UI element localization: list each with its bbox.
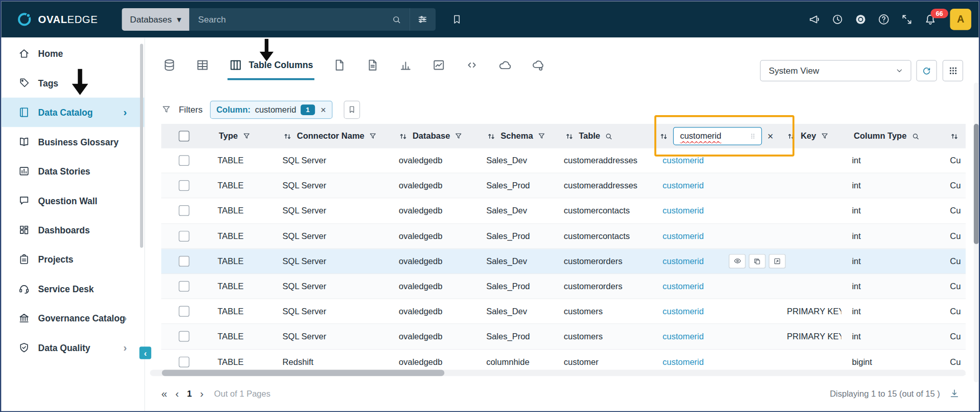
open-in-new-button[interactable] [769,254,786,268]
expand-icon[interactable] [901,13,913,26]
tab-table-columns[interactable]: Table Columns [227,51,314,80]
sort-icon[interactable] [486,131,496,141]
cell-schema: Sales_Dev [481,199,559,223]
sidebar-item-question-wall[interactable]: Question Wall [1,186,144,215]
row-checkbox[interactable] [178,231,189,242]
row-checkbox[interactable] [178,306,189,317]
sort-icon[interactable] [564,131,575,141]
column-search-input[interactable]: customerid [673,127,762,145]
sidebar-item-label: Data Stories [38,166,90,177]
select-all-checkbox[interactable] [178,131,189,142]
sort-icon[interactable] [949,131,960,141]
table-row[interactable]: TABLE SQL Server ovaledgedb Sales_Dev cu… [161,148,965,174]
filter-funnel-icon[interactable] [537,132,545,140]
tab-files[interactable] [331,51,348,80]
sidebar-item-governance-catalog[interactable]: Governance Catalog› [1,303,144,333]
row-checkbox[interactable] [178,180,189,191]
column-link[interactable]: customerid [663,156,704,165]
advanced-search-button[interactable] [409,8,436,31]
table-row[interactable]: TABLE SQL Server ovaledgedb Sales_Prod c… [161,224,965,249]
column-link[interactable]: customerid [663,281,704,291]
table-row[interactable]: TABLE SQL Server ovaledgedb Sales_Dev cu… [161,299,965,324]
tab-reports[interactable] [397,51,414,80]
table-row[interactable]: TABLE SQL Server ovaledgedb Sales_Dev cu… [161,199,965,224]
sidebar-item-dashboards[interactable]: Dashboards [1,215,144,245]
topbar: OVALEDGE Databases ▾ 66 A [1,1,978,37]
global-search-input[interactable] [197,14,391,25]
search-scope-dropdown[interactable]: Databases ▾ [122,8,189,31]
table-row[interactable]: TABLE SQL Server ovaledgedb Sales_Prod c… [161,324,965,350]
column-link[interactable]: customerid [663,332,704,341]
column-link[interactable]: customerid [663,357,704,366]
row-checkbox[interactable] [178,256,189,267]
row-checkbox[interactable] [178,155,189,166]
sidebar-scrollbar[interactable] [140,44,143,248]
sidebar-item-data-catalog[interactable]: Data Catalog› [1,98,144,127]
copy-button[interactable] [749,254,766,268]
column-link[interactable]: customerid [663,181,704,190]
refresh-button[interactable] [916,60,937,81]
first-page-button[interactable]: « [161,388,167,399]
history-icon[interactable] [831,13,844,26]
ovaledge-circle-icon[interactable] [854,13,867,26]
current-page[interactable]: 1 [187,388,192,399]
sidebar-item-tags[interactable]: Tags [1,68,144,97]
tab-databases[interactable] [161,51,177,80]
sidebar-item-projects[interactable]: Projects [1,245,144,274]
sidebar-collapse-button[interactable]: ‹ [140,346,151,359]
vertical-scrollbar-thumb[interactable] [974,124,979,244]
brand-logo[interactable]: OVALEDGE [16,1,98,37]
drag-handle-icon[interactable] [749,132,757,140]
sidebar-item-home[interactable]: Home [1,39,144,68]
sort-icon[interactable] [283,131,293,141]
filter-funnel-icon[interactable] [369,132,377,140]
tab-tables[interactable] [194,51,211,80]
clear-column-search-icon[interactable]: × [767,131,773,142]
cell-database: ovaledgedb [390,199,481,223]
row-checkbox[interactable] [178,281,189,292]
preview-eye-button[interactable] [729,254,746,268]
filter-funnel-icon[interactable] [821,132,829,140]
row-checkbox[interactable] [178,356,189,367]
sort-icon[interactable] [659,131,669,141]
bookmark-icon [347,105,356,114]
prev-page-button[interactable]: ‹ [175,388,179,399]
search-icon[interactable] [605,132,613,140]
sidebar-item-data-stories[interactable]: Data Stories [1,157,144,186]
tab-report-columns[interactable] [430,51,447,80]
download-icon[interactable] [949,388,960,399]
column-link[interactable]: customerid [663,307,704,316]
tab-file-columns[interactable] [364,51,381,80]
column-link[interactable]: customerid [663,231,704,241]
row-checkbox[interactable] [178,331,189,342]
search-icon[interactable] [911,132,920,140]
chip-remove-icon[interactable]: × [321,104,326,115]
table-row[interactable]: TABLE SQL Server ovaledgedb Sales_Prod c… [161,274,965,299]
table-row[interactable]: TABLE SQL Server ovaledgedb Sales_Prod c… [161,174,965,199]
save-filter-button[interactable] [344,100,360,118]
column-link[interactable]: customerid [663,256,704,266]
sidebar-item-business-glossary[interactable]: Business Glossary [1,127,144,156]
view-select[interactable]: System View [760,60,911,81]
grid-view-button[interactable] [943,60,963,81]
stories-icon [18,165,30,177]
sort-icon[interactable] [398,131,408,141]
sidebar-item-data-quality[interactable]: Data Quality› [1,333,144,362]
next-page-button[interactable]: › [200,388,203,399]
user-avatar[interactable]: A [950,9,971,30]
tab-cloud-services[interactable] [530,51,546,80]
column-link[interactable]: customerid [663,206,704,215]
filter-funnel-icon[interactable] [454,132,463,140]
row-checkbox[interactable] [178,206,189,216]
announcement-icon[interactable] [808,13,821,26]
saved-searches-bookmark-icon[interactable] [451,14,463,25]
tab-cloud[interactable] [497,51,513,80]
table-row[interactable]: TABLE SQL Server ovaledgedb Sales_Dev cu… [161,249,965,274]
notifications-bell-icon[interactable]: 66 [924,13,937,26]
tab-codes[interactable] [464,51,480,80]
sort-icon[interactable] [786,131,796,141]
sidebar-item-service-desk[interactable]: Service Desk [1,274,144,303]
horizontal-scrollbar-thumb[interactable] [162,370,445,376]
help-icon[interactable] [878,13,890,26]
filter-funnel-icon[interactable] [242,132,250,140]
